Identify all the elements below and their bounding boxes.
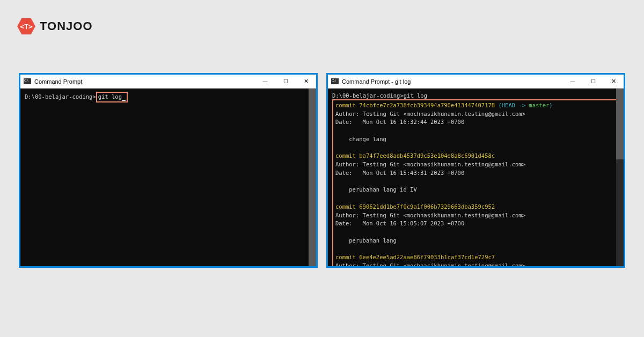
head-ref: (HEAD -> [498,102,529,108]
terminal-area[interactable]: D:\00-belajar-coding>git log [20,89,316,266]
commit-author: Author: Testing Git <mochnasikhunamin.te… [335,262,616,266]
commit-hash: commit 6ee4e2ee5ad22aae86f79033b1caf37cd… [335,253,616,262]
brand-logo: <T> TONJOO [17,17,93,35]
window-title: Command Prompt [34,78,82,85]
brand-icon: <T> [17,17,35,35]
titlebar[interactable]: Command Prompt - git log [328,75,624,89]
cmd-window-right: Command Prompt - git log D:\00-belajar-c… [326,73,625,268]
commit-message: change lang [335,135,616,144]
commit-hash: commit ba74f7eed8adb4537d9c53e104e8a8c69… [335,152,616,160]
minimize-button[interactable] [562,75,583,89]
terminal-area[interactable]: D:\00-belajar-coding>git log commit 74cb… [328,89,624,266]
titlebar[interactable]: Command Prompt [20,75,316,89]
commit-hash: commit 690621dd1be7f0c9a1f006b7329663dba… [335,203,616,211]
commit-author: Author: Testing Git <mochnasikhunamin.te… [335,211,616,220]
prompt-text: D:\00-belajar-coding> [332,92,404,99]
commit-message: perubahan lang id IV [335,186,616,194]
command-highlight: git log [96,92,128,102]
cmd-icon [24,78,31,84]
close-button[interactable] [296,75,316,89]
commit-hash: commit 74cbfce7c2a738fcb393494a790e41344… [335,102,495,108]
scrollbar[interactable] [616,89,624,266]
maximize-button[interactable] [583,75,603,89]
commit-author: Author: Testing Git <mochnasikhunamin.te… [335,110,616,119]
commit-date: Date: Mon Oct 16 16:32:44 2023 +0700 [335,118,616,127]
branch-name: master [529,102,549,108]
scrollbar-thumb[interactable] [309,89,316,266]
cmd-window-left: Command Prompt D:\00-belajar-coding>git … [19,73,318,268]
commit-date: Date: Mon Oct 16 15:43:31 2023 +0700 [335,169,616,178]
cmd-icon [331,78,339,84]
brand-name: TONJOO [40,19,93,33]
commit-author: Author: Testing Git <mochnasikhunamin.te… [335,160,616,169]
scrollbar-thumb[interactable] [616,89,624,159]
commit-date: Date: Mon Oct 16 15:05:07 2023 +0700 [335,219,616,228]
command-text: git log [98,93,122,100]
scrollbar[interactable] [309,89,316,266]
commit-message: perubahan lang [335,237,616,245]
command-text: git log [404,92,427,99]
prompt-text: D:\00-belajar-coding> [25,93,96,100]
cursor-icon [122,100,126,101]
minimize-button[interactable] [255,75,275,89]
maximize-button[interactable] [275,75,296,89]
window-title: Command Prompt - git log [342,78,411,85]
output-highlight-box: commit 74cbfce7c2a738fcb393494a790e41344… [332,99,619,266]
close-button[interactable] [603,75,624,89]
